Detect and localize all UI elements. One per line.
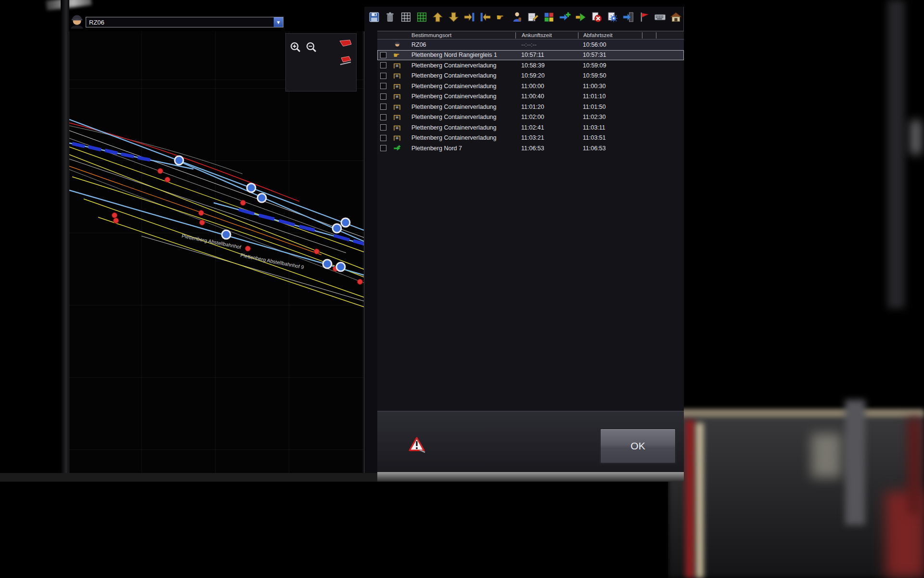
- schedule-row[interactable]: ☛ Plettenberg Nord Rangiergleis 1 10:57:…: [377, 50, 684, 61]
- map-control-panel: [285, 33, 357, 92]
- cell-departure: 11:02:30: [578, 114, 642, 120]
- header-extra-1: [642, 32, 656, 39]
- cell-departure: 10:57:31: [578, 52, 642, 58]
- container-crane-icon: [393, 72, 401, 79]
- map-mode-icon[interactable]: [338, 39, 353, 50]
- zoom-out-icon[interactable]: [305, 41, 318, 54]
- cell-arrival: 11:01:20: [515, 104, 578, 110]
- schedule-table: Bestimmungsort Ankunftszeit Abfahrtszeit…: [377, 31, 684, 411]
- tile-windows-icon[interactable]: [542, 9, 556, 25]
- row-checkbox[interactable]: [380, 135, 386, 141]
- route-settings-icon[interactable]: [605, 9, 619, 25]
- depot-icon[interactable]: [669, 9, 683, 25]
- header-extra-2: [656, 32, 684, 39]
- keyboard-icon[interactable]: [653, 9, 667, 25]
- row-checkbox[interactable]: [380, 124, 386, 131]
- cell-arrival: 11:00:40: [515, 93, 578, 100]
- header-departure: Abfahrtszeit: [578, 32, 642, 39]
- scene-shape: [668, 409, 924, 417]
- cell-departure: 11:06:53: [578, 145, 642, 152]
- schedule-row[interactable]: Plettenberg Containerverladung 11:00:40 …: [377, 92, 684, 102]
- passenger-icon[interactable]: [510, 9, 524, 25]
- header-destination: Bestimmungsort: [409, 32, 515, 38]
- delete-icon[interactable]: [383, 9, 397, 25]
- cell-destination: Plettenberg Nord 7: [409, 145, 515, 152]
- grid-view-icon[interactable]: [399, 9, 413, 25]
- chevron-down-icon[interactable]: ▼: [273, 17, 283, 27]
- schedule-row[interactable]: Plettenberg Containerverladung 10:58:39 …: [377, 60, 684, 71]
- schedule-row[interactable]: RZ06 --:--:-- 10:56:00: [377, 39, 684, 50]
- container-crane-icon: [393, 92, 401, 100]
- schedule-row[interactable]: Plettenberg Nord 7 11:06:53 11:06:53: [377, 143, 684, 154]
- extract-row-icon[interactable]: [478, 9, 492, 25]
- schedule-row[interactable]: Plettenberg Containerverladung 11:00:00 …: [377, 81, 684, 92]
- row-checkbox[interactable]: [380, 73, 386, 79]
- track-map[interactable]: Plettenberg Abstellbahnhof Plettenberg A…: [69, 31, 364, 473]
- zoom-in-icon[interactable]: [289, 41, 302, 54]
- map-mode-alt-icon[interactable]: [338, 55, 353, 66]
- window-bottom-edge: [0, 473, 377, 482]
- exit-route-icon[interactable]: [621, 9, 635, 25]
- row-checkbox[interactable]: [380, 62, 386, 68]
- toolbar: ☛: [367, 9, 683, 27]
- row-checkbox[interactable]: [380, 83, 386, 89]
- dropdown-value: RZ06: [86, 19, 273, 26]
- container-crane-icon: [393, 134, 401, 142]
- cancel-route-icon[interactable]: [590, 9, 603, 25]
- dialog-footer: OK: [377, 411, 684, 479]
- cell-arrival: 11:06:53: [515, 145, 578, 152]
- row-checkbox[interactable]: [380, 52, 386, 58]
- scene-shape: [908, 418, 921, 514]
- edit-schedule-icon[interactable]: [526, 9, 540, 25]
- dialog-bottom-edge: [377, 472, 684, 482]
- cell-arrival: 11:03:21: [515, 134, 578, 141]
- ok-button[interactable]: OK: [600, 429, 676, 463]
- cell-departure: 10:56:00: [578, 41, 642, 48]
- cell-departure: 11:01:10: [578, 93, 642, 100]
- cell-arrival: 10:57:11: [515, 52, 578, 58]
- row-checkbox[interactable]: [380, 93, 386, 100]
- background-scene: [668, 0, 924, 578]
- cell-departure: 10:59:50: [578, 72, 642, 79]
- scene-shape: [696, 423, 704, 578]
- cell-arrival: 10:59:20: [515, 72, 578, 79]
- scene-shape: [685, 420, 695, 578]
- schedule-row[interactable]: Plettenberg Containerverladung 11:03:21 …: [377, 133, 684, 144]
- train-select-dropdown[interactable]: RZ06 ▼: [86, 17, 283, 27]
- schedule-row[interactable]: Plettenberg Containerverladung 11:02:41 …: [377, 122, 684, 133]
- cell-destination: Plettenberg Containerverladung: [409, 72, 515, 79]
- row-checkbox[interactable]: [380, 114, 386, 120]
- warning-triangle-icon: [408, 436, 426, 453]
- move-down-icon[interactable]: [447, 9, 461, 25]
- container-crane-icon: [393, 113, 401, 121]
- cell-destination: RZ06: [409, 41, 515, 48]
- schedule-row[interactable]: Plettenberg Containerverladung 10:59:20 …: [377, 71, 684, 81]
- row-checkbox[interactable]: [380, 104, 386, 110]
- cell-departure: 10:59:09: [578, 62, 642, 69]
- cell-destination: Plettenberg Containerverladung: [409, 134, 515, 141]
- cell-departure: 11:03:11: [578, 124, 642, 131]
- cell-destination: Plettenberg Containerverladung: [409, 124, 515, 131]
- row-checkbox[interactable]: [380, 145, 386, 151]
- schedule-panel: ☛ Bestimmungsort Ankunftszeit Abfahrtsze…: [364, 7, 684, 482]
- shunt-hand-icon: ☛: [393, 52, 399, 59]
- track-map-canvas: Plettenberg Abstellbahnhof Plettenberg A…: [69, 31, 364, 473]
- pick-hand-icon[interactable]: ☛: [494, 9, 508, 25]
- header-select-col: [377, 31, 389, 39]
- add-route-icon[interactable]: [558, 9, 572, 25]
- schedule-row[interactable]: Plettenberg Containerverladung 11:01:20 …: [377, 102, 684, 112]
- cell-destination: Plettenberg Containerverladung: [409, 114, 515, 120]
- schedule-row[interactable]: Plettenberg Containerverladung 11:02:00 …: [377, 112, 684, 123]
- save-icon[interactable]: [367, 9, 381, 25]
- flag-icon[interactable]: [637, 9, 651, 25]
- yard-label: Plettenberg Abstellbahnhof: [181, 233, 242, 250]
- move-up-icon[interactable]: [431, 9, 445, 25]
- insert-row-icon[interactable]: [462, 9, 476, 25]
- grid-view-green-icon[interactable]: [415, 9, 429, 25]
- svg-text:☛: ☛: [496, 12, 504, 22]
- scene-shape: [911, 120, 921, 154]
- cell-departure: 11:00:30: [578, 83, 642, 90]
- container-crane-icon: [393, 82, 401, 90]
- cell-destination: Plettenberg Nord Rangiergleis 1: [409, 52, 515, 58]
- goto-destination-icon[interactable]: [574, 9, 588, 25]
